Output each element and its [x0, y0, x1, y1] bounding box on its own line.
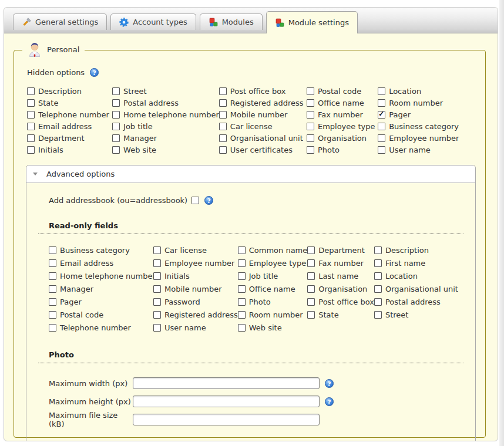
checkbox[interactable]: [112, 111, 120, 119]
checkbox[interactable]: [112, 87, 120, 95]
checkbox-option[interactable]: Description: [27, 85, 112, 97]
checkbox-option[interactable]: Organisational unit: [219, 132, 307, 144]
checkbox-option[interactable]: Employee number: [153, 256, 238, 269]
checkbox[interactable]: [307, 272, 315, 280]
text-input[interactable]: [133, 414, 320, 425]
checkbox[interactable]: [307, 246, 315, 254]
checkbox[interactable]: [374, 246, 382, 254]
checkbox-option[interactable]: Postal code: [49, 308, 153, 321]
checkbox[interactable]: [238, 259, 246, 267]
checkbox[interactable]: [112, 123, 120, 130]
checkbox[interactable]: [153, 259, 161, 267]
checkbox-option[interactable]: Password: [153, 295, 238, 308]
checkbox[interactable]: [112, 134, 120, 142]
checkbox-option[interactable]: Department: [307, 244, 374, 256]
checkbox[interactable]: [49, 298, 56, 306]
checkbox[interactable]: [238, 285, 246, 293]
checkbox[interactable]: [378, 111, 385, 119]
checkbox-option[interactable]: Fax number: [307, 109, 378, 120]
checkbox-option[interactable]: Location: [378, 85, 485, 97]
checkbox[interactable]: [378, 87, 385, 95]
checkbox-option[interactable]: State: [27, 97, 112, 109]
checkbox-option[interactable]: Car license: [153, 244, 238, 256]
checkbox[interactable]: [374, 259, 382, 267]
help-icon[interactable]: ?: [90, 68, 99, 77]
checkbox-option[interactable]: Description: [374, 244, 463, 256]
checkbox[interactable]: [27, 134, 35, 142]
checkbox[interactable]: [27, 111, 35, 119]
checkbox-option[interactable]: Job title: [238, 269, 308, 282]
checkbox[interactable]: [307, 285, 315, 293]
checkbox[interactable]: [49, 259, 56, 267]
help-icon[interactable]: ?: [325, 379, 334, 388]
checkbox[interactable]: [238, 246, 246, 254]
checkbox[interactable]: [378, 123, 385, 130]
checkbox-option[interactable]: Photo: [307, 144, 378, 156]
checkbox[interactable]: [374, 311, 382, 319]
checkbox-option[interactable]: Room number: [238, 308, 308, 321]
checkbox[interactable]: [307, 259, 315, 267]
checkbox[interactable]: [112, 146, 120, 154]
checkbox[interactable]: [153, 285, 161, 293]
checkbox[interactable]: [238, 311, 246, 319]
checkbox-option[interactable]: Post office box: [307, 295, 374, 308]
checkbox-option[interactable]: Pager: [49, 295, 153, 308]
checkbox[interactable]: [238, 324, 246, 332]
checkbox-option[interactable]: Employee type: [307, 120, 378, 132]
checkbox-option[interactable]: Office name: [238, 282, 308, 295]
checkbox-option[interactable]: Room number: [378, 97, 485, 109]
checkbox-option[interactable]: Manager: [112, 132, 219, 144]
checkbox-option[interactable]: Department: [27, 132, 112, 144]
checkbox[interactable]: [153, 272, 161, 280]
checkbox[interactable]: [49, 324, 56, 332]
checkbox[interactable]: [112, 99, 120, 107]
checkbox[interactable]: [378, 99, 385, 107]
checkbox-option[interactable]: Street: [112, 85, 219, 97]
tab-general-settings[interactable]: General settings: [13, 13, 107, 30]
text-input[interactable]: [133, 377, 320, 389]
checkbox-option[interactable]: Street: [374, 308, 463, 321]
checkbox[interactable]: [307, 87, 314, 95]
checkbox-option[interactable]: Manager: [49, 282, 153, 295]
checkbox-option[interactable]: Postal address: [374, 295, 463, 308]
checkbox[interactable]: [49, 285, 56, 293]
checkbox-option[interactable]: Home telephone number: [49, 269, 153, 282]
checkbox-option[interactable]: Organisational unit: [374, 282, 463, 295]
checkbox-option[interactable]: Job title: [112, 120, 219, 132]
advanced-options-header[interactable]: Advanced options: [26, 165, 475, 183]
checkbox[interactable]: [219, 146, 227, 154]
checkbox[interactable]: [378, 134, 385, 142]
checkbox-option[interactable]: Business category: [49, 244, 153, 256]
checkbox-option[interactable]: Last name: [307, 269, 374, 282]
tab-account-types[interactable]: Account types: [110, 13, 196, 30]
checkbox-option[interactable]: Initials: [153, 269, 238, 282]
checkbox-option[interactable]: Registered address: [153, 308, 238, 321]
checkbox-option[interactable]: Email address: [49, 256, 153, 269]
checkbox-option[interactable]: Car license: [219, 120, 307, 132]
checkbox[interactable]: [27, 87, 35, 95]
checkbox-option[interactable]: Organisation: [307, 132, 378, 144]
checkbox-option[interactable]: Mobile number: [153, 282, 238, 295]
checkbox-option[interactable]: Registered address: [219, 97, 307, 109]
checkbox-option[interactable]: Web site: [112, 144, 219, 156]
tab-module-settings[interactable]: Module settings: [266, 11, 358, 33]
checkbox[interactable]: [153, 311, 161, 319]
checkbox-option[interactable]: First name: [374, 256, 463, 269]
checkbox-option[interactable]: Employee number: [378, 132, 485, 144]
checkbox[interactable]: [219, 123, 227, 130]
checkbox-option[interactable]: Initials: [27, 144, 112, 156]
checkbox[interactable]: [153, 246, 161, 254]
checkbox[interactable]: [307, 134, 314, 142]
checkbox[interactable]: [307, 123, 314, 130]
checkbox[interactable]: [307, 146, 314, 154]
checkbox-option[interactable]: Common name: [238, 244, 308, 256]
checkbox[interactable]: [219, 111, 227, 119]
checkbox-option[interactable]: Location: [374, 269, 463, 282]
checkbox-option[interactable]: Telephone number: [49, 321, 153, 334]
checkbox[interactable]: [219, 87, 227, 95]
checkbox-option[interactable]: Home telephone number: [112, 109, 219, 120]
checkbox[interactable]: [374, 272, 382, 280]
checkbox[interactable]: [238, 298, 246, 306]
checkbox-option[interactable]: Postal code: [307, 85, 378, 97]
tab-modules[interactable]: Modules: [200, 13, 263, 30]
